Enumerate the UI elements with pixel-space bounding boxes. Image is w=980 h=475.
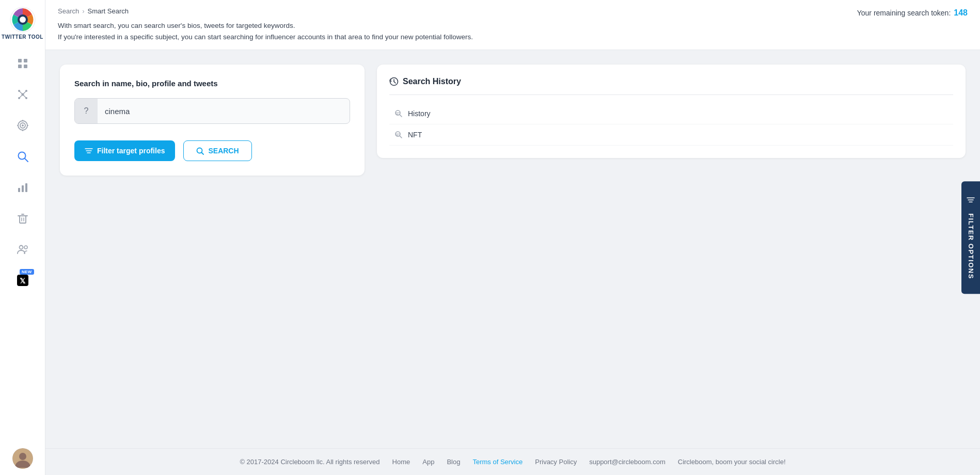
- search-actions: Filter target profiles SEARCH: [74, 140, 350, 161]
- svg-line-14: [19, 94, 23, 98]
- svg-rect-3: [18, 59, 22, 62]
- svg-line-48: [400, 115, 402, 117]
- sidebar-item-dashboard[interactable]: [9, 50, 36, 77]
- history-item[interactable]: History: [389, 103, 953, 124]
- svg-line-46: [394, 82, 396, 83]
- main-content: Search › Smart Search With smart search,…: [45, 0, 980, 475]
- analytics-icon: [17, 182, 28, 193]
- filter-target-profiles-button[interactable]: Filter target profiles: [74, 140, 175, 161]
- avatar-image: [12, 448, 33, 469]
- svg-rect-5: [18, 65, 22, 68]
- sidebar-item-analytics[interactable]: [9, 174, 36, 201]
- users-icon: [17, 244, 28, 255]
- history-item-label: NFT: [408, 131, 422, 139]
- sidebar-item-users[interactable]: [9, 236, 36, 263]
- history-clock-icon: [389, 77, 399, 86]
- svg-text:𝕏: 𝕏: [20, 277, 26, 285]
- svg-point-33: [19, 246, 23, 249]
- app-name: TWITTER TOOL: [2, 34, 43, 40]
- search-button-icon: [196, 147, 204, 155]
- search-token-info: Your remaining search token: 148: [857, 7, 968, 18]
- page-header: Search › Smart Search With smart search,…: [45, 0, 980, 50]
- search-question-icon: ?: [75, 99, 98, 123]
- breadcrumb-root[interactable]: Search: [58, 7, 79, 15]
- svg-rect-27: [25, 183, 27, 192]
- page-footer: © 2017-2024 Circleboom llc. All rights r…: [45, 448, 980, 475]
- history-search-icon: [394, 131, 403, 139]
- filter-options-label: FILTER OPTIONS: [967, 213, 975, 279]
- sidebar-item-targeting[interactable]: [9, 112, 36, 139]
- svg-line-15: [23, 94, 26, 98]
- svg-rect-28: [20, 216, 26, 223]
- breadcrumb: Search › Smart Search: [58, 7, 473, 15]
- filter-lines-icon: [85, 147, 93, 155]
- footer-link-support[interactable]: support@circleboom.com: [589, 458, 666, 466]
- svg-line-12: [19, 91, 23, 94]
- new-badge: NEW: [20, 269, 34, 275]
- footer-link-home[interactable]: Home: [392, 458, 410, 466]
- footer-link-blog[interactable]: Blog: [447, 458, 460, 466]
- token-value: 148: [954, 8, 968, 18]
- sidebar-item-x[interactable]: NEW 𝕏: [9, 267, 36, 294]
- history-card-header: Search History: [389, 77, 953, 95]
- footer-link-terms[interactable]: Terms of Service: [472, 458, 523, 466]
- network-icon: [17, 89, 28, 100]
- cards-row: Search in name, bio, profile and tweets …: [60, 65, 966, 176]
- svg-point-18: [22, 124, 24, 126]
- history-search-icon: [394, 109, 403, 118]
- breadcrumb-separator: ›: [82, 7, 84, 15]
- page-content: Search in name, bio, profile and tweets …: [45, 50, 980, 448]
- search-button[interactable]: SEARCH: [183, 140, 251, 161]
- sidebar-item-search[interactable]: [9, 143, 36, 170]
- search-card-title: Search in name, bio, profile and tweets: [74, 79, 350, 88]
- svg-rect-6: [24, 65, 27, 68]
- svg-rect-25: [18, 188, 20, 192]
- footer-tagline: Circleboom, boom your social circle!: [678, 458, 786, 466]
- search-text-input[interactable]: [98, 99, 350, 123]
- footer-copyright: © 2017-2024 Circleboom llc. All rights r…: [240, 458, 380, 466]
- svg-rect-26: [22, 185, 24, 192]
- sidebar-item-delete[interactable]: [9, 205, 36, 232]
- header-description: With smart search, you can search user's…: [58, 20, 473, 42]
- footer-link-app[interactable]: App: [422, 458, 434, 466]
- logo-icon: [9, 6, 36, 33]
- history-item-label: History: [408, 109, 431, 118]
- history-item[interactable]: NFT: [389, 124, 953, 146]
- search-icon: [17, 151, 28, 162]
- app-logo: TWITTER TOOL: [2, 6, 43, 40]
- search-history-card: Search History History: [377, 65, 966, 158]
- filter-options-panel[interactable]: FILTER OPTIONS: [961, 181, 980, 294]
- svg-line-24: [25, 159, 28, 162]
- sidebar-item-network[interactable]: [9, 81, 36, 108]
- token-label: Your remaining search token:: [857, 9, 951, 17]
- svg-point-2: [20, 17, 26, 23]
- svg-line-13: [23, 91, 26, 94]
- sidebar: TWITTER TOOL: [0, 0, 45, 475]
- dashboard-icon: [17, 58, 28, 69]
- search-card: Search in name, bio, profile and tweets …: [60, 65, 365, 176]
- delete-icon: [17, 213, 28, 224]
- history-items-list: History NFT: [389, 103, 953, 146]
- search-input-row: ?: [74, 98, 350, 124]
- svg-point-38: [19, 453, 26, 460]
- svg-point-34: [24, 246, 27, 249]
- user-avatar[interactable]: [12, 448, 33, 469]
- svg-line-52: [400, 136, 402, 138]
- targeting-icon: [17, 120, 28, 131]
- svg-rect-4: [24, 59, 27, 62]
- footer-link-privacy[interactable]: Privacy Policy: [535, 458, 577, 466]
- breadcrumb-current: Smart Search: [88, 7, 129, 15]
- x-icon: 𝕏: [17, 275, 28, 286]
- svg-line-43: [202, 152, 204, 154]
- header-left: Search › Smart Search With smart search,…: [58, 7, 473, 42]
- filter-panel-icon: [967, 196, 975, 204]
